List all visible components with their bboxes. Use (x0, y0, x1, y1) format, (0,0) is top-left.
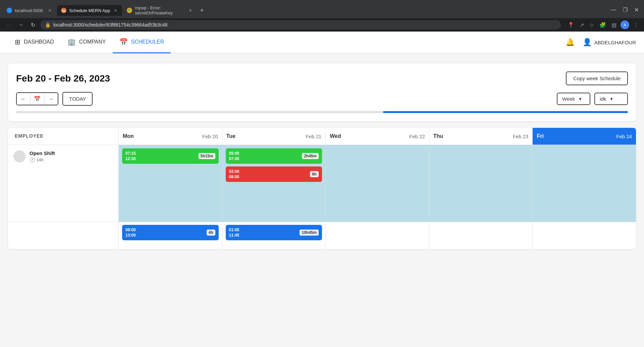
shift-times-tue-3: 01:00 11:45 (229, 228, 239, 238)
employee-info-1: Open Shift 🕐 14h (30, 150, 55, 162)
nav-label-dashboard: DASHBOAD (24, 39, 54, 45)
url-bar[interactable]: 🔒 localhost:3000/scheduler/63f881754c396… (40, 20, 561, 30)
shift-times-tue-2: 02:00 08:00 (229, 169, 239, 179)
tab-close-3[interactable]: ✕ (189, 8, 193, 13)
location-icon[interactable]: 📍 (566, 20, 576, 30)
prev-week-button[interactable]: ← (17, 93, 30, 105)
shift-start-tue-3: 01:00 (229, 228, 239, 232)
close-button[interactable]: ✕ (632, 5, 641, 14)
company-icon: 🏢 (67, 38, 76, 46)
shift-start-tue-2: 02:00 (229, 169, 239, 174)
tab-close-2[interactable]: ✕ (113, 8, 118, 13)
employee-name-1: Open Shift (30, 150, 55, 156)
menu-icon[interactable]: ⋮ (632, 20, 640, 30)
calendar-grid: EMPLOYEE Mon Feb 20 Tue Feb 21 Wed Feb 2… (8, 128, 636, 249)
schedule-header: Feb 20 - Feb 26, 2023 Copy week Schedule (16, 71, 628, 85)
tab-close-1[interactable]: ✕ (47, 8, 52, 13)
arrow-group: ← 📅 → (16, 92, 58, 105)
today-button[interactable]: TODAY (62, 92, 93, 106)
scroll-indicator[interactable] (16, 111, 628, 113)
calendar-picker-button[interactable]: 📅 (30, 93, 44, 105)
day-cell-row1-thu (429, 145, 533, 222)
next-week-button[interactable]: → (44, 93, 58, 105)
calendar-row-1: Open Shift 🕐 14h 07:15 12:30 (8, 145, 636, 222)
shift-end-tue-1: 07:45 (229, 156, 239, 161)
tab-schedule[interactable]: 📅 Schedule MERN App ✕ (57, 5, 122, 16)
day-name-thu: Thu (433, 133, 443, 139)
bell-icon[interactable]: 🔔 (566, 38, 575, 47)
nav-label-company: COMPANY (79, 39, 106, 45)
schedule-card: Feb 20 - Feb 26, 2023 Copy week Schedule… (8, 63, 636, 121)
tab-localhost[interactable]: 🌐 localhost:5000 ✕ (3, 5, 56, 16)
shift-end-tue-3: 11:45 (229, 233, 239, 238)
day-name-wed: Wed (330, 133, 341, 139)
location-dropdown-arrow: ▼ (609, 97, 613, 101)
day-cell-row1-mon: 07:15 12:30 5h15m (119, 145, 222, 222)
calendar-header-row: EMPLOYEE Mon Feb 20 Tue Feb 21 Wed Feb 2… (8, 128, 636, 145)
profile-avatar[interactable]: A (621, 20, 629, 29)
week-view-label: Week (562, 96, 575, 102)
shift-start-tue-1: 05:00 (229, 151, 239, 156)
shift-duration-tue-2: 6h (310, 171, 319, 177)
nav-item-dashboard[interactable]: ⊞ DASHBOAD (8, 32, 61, 53)
minimize-button[interactable]: — (608, 5, 619, 14)
main-content: Feb 20 - Feb 26, 2023 Copy week Schedule… (0, 53, 644, 347)
username: ABDELGHAFOUR (594, 40, 636, 45)
shift-block-mon-2[interactable]: 09:00 13:00 4h (122, 225, 219, 240)
star-icon[interactable]: ☆ (588, 20, 595, 30)
day-cell-row2-thu (429, 222, 533, 249)
shift-start-mon-2: 09:00 (125, 228, 136, 232)
shift-times-mon-1: 07:15 12:30 (125, 151, 136, 161)
copy-week-schedule-button[interactable]: Copy week Schedule (566, 71, 628, 85)
day-date-fri: Feb 24 (616, 134, 632, 139)
refresh-button[interactable]: ↻ (28, 20, 38, 30)
user-icon: 👤 (583, 38, 592, 47)
shift-block-mon-1[interactable]: 07:15 12:30 5h15m (122, 148, 219, 164)
address-bar: ← → ↻ 🔒 localhost:3000/scheduler/63f8817… (0, 18, 644, 32)
shift-times-tue-1: 05:00 07:45 (229, 151, 239, 161)
shift-duration-tue-3: 10h45m (300, 230, 319, 236)
location-dropdown[interactable]: idk ▼ (594, 93, 628, 105)
day-cell-row1-wed (326, 145, 429, 222)
avatar-1 (13, 150, 25, 162)
tab-title-1: localhost:5000 (15, 8, 43, 13)
share-icon[interactable]: ↗ (578, 20, 585, 30)
day-name-fri: Fri (537, 133, 543, 139)
tab-bar: 🌐 localhost:5000 ✕ 📅 Schedule MERN App ✕… (0, 0, 644, 18)
shift-end-mon-2: 13:00 (125, 233, 136, 238)
week-view-dropdown[interactable]: Week ▼ (557, 93, 590, 105)
app-container: ⊞ DASHBOAD 🏢 COMPANY 📅 SCHEDULER 🔔 👤 ABD… (0, 32, 644, 347)
day-cell-row2-wed (326, 222, 429, 249)
nav-right: 🔔 👤 ABDELGHAFOUR (566, 38, 636, 47)
restore-button[interactable]: ❐ (620, 5, 630, 14)
tab-favicon-3: 🐬 (127, 8, 132, 13)
week-dropdown-arrow: ▼ (578, 97, 582, 101)
schedule-controls: ← 📅 → TODAY Week ▼ idk ▼ (16, 92, 628, 106)
extensions-icon[interactable]: 🧩 (598, 20, 607, 30)
user-section[interactable]: 👤 ABDELGHAFOUR (583, 38, 636, 47)
shift-block-tue-2[interactable]: 01:00 11:45 10h45m (226, 225, 322, 240)
nav-item-company[interactable]: 🏢 COMPANY (61, 32, 113, 53)
sidebar-icon[interactable]: ▤ (610, 20, 618, 30)
day-header-mon: Mon Feb 20 (119, 128, 222, 145)
forward-button[interactable]: → (16, 20, 25, 30)
tab-title-3: mysql - Error: secretOrPrivateKey (135, 5, 186, 15)
shift-end-mon-1: 12:30 (125, 156, 136, 161)
location-label: idk (600, 96, 606, 102)
shift-block-tue-1-green[interactable]: 05:00 07:45 2h45m (226, 148, 322, 164)
app-nav: ⊞ DASHBOAD 🏢 COMPANY 📅 SCHEDULER 🔔 👤 ABD… (0, 32, 644, 53)
new-tab-button[interactable]: + (197, 6, 207, 15)
day-cell-row1-fri (533, 145, 636, 222)
day-name-mon: Mon (123, 133, 134, 139)
day-header-wed: Wed Feb 22 (326, 128, 429, 145)
shift-block-tue-1-red[interactable]: 02:00 08:00 6h (226, 166, 322, 182)
day-header-fri: Fri Feb 24 (533, 128, 636, 145)
dashboard-icon: ⊞ (15, 38, 20, 46)
calendar-row-2: 09:00 13:00 4h 01:00 11:45 10h45m (8, 222, 636, 249)
back-button[interactable]: ← (4, 20, 13, 30)
employee-cell-2 (8, 222, 119, 249)
date-range: Feb 20 - Feb 26, 2023 (16, 73, 110, 84)
nav-item-scheduler[interactable]: 📅 SCHEDULER (113, 32, 171, 53)
tab-mysql[interactable]: 🐬 mysql - Error: secretOrPrivateKey ✕ (123, 3, 197, 18)
hours-value-1: 14h (36, 157, 44, 162)
